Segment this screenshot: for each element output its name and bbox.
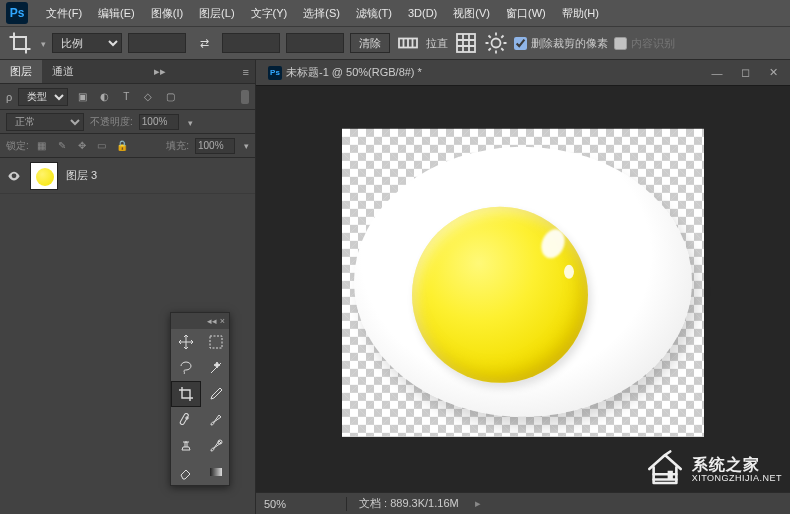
layer-filter-kind-select[interactable]: 类型 [18,88,68,106]
gradient-tool[interactable] [201,459,231,485]
svg-rect-6 [210,468,222,476]
opacity-input[interactable] [139,114,179,130]
layer-filter-row: ρ 类型 ▣ ◐ T ◇ ▢ [0,84,255,110]
marquee-tool[interactable] [201,329,231,355]
canvas[interactable] [342,129,704,437]
document-area: Ps 未标题-1 @ 50%(RGB/8#) * — ◻ ✕ 50% 文档 : … [256,60,790,514]
menu-bar: Ps 文件(F) 编辑(E) 图像(I) 图层(L) 文字(Y) 选择(S) 滤… [0,0,790,26]
tab-channels[interactable]: 通道 [42,60,84,83]
brush-tool[interactable] [201,407,231,433]
ps-doc-icon: Ps [268,66,282,80]
lock-pixels-icon[interactable]: ✎ [55,139,69,153]
layer-visibility-icon[interactable] [6,168,22,184]
layer-name[interactable]: 图层 3 [66,168,97,183]
status-bar: 50% 文档 : 889.3K/1.16M ▸ [256,492,790,514]
filter-type-icon[interactable]: T [118,89,134,105]
crop-settings-icon[interactable] [484,31,508,55]
document-title: 未标题-1 @ 50%(RGB/8#) * [286,65,422,80]
opacity-label: 不透明度: [90,115,133,129]
filter-shape-icon[interactable]: ◇ [140,89,156,105]
opacity-chevron-icon[interactable] [185,116,193,128]
svg-rect-4 [180,413,189,425]
menu-3d[interactable]: 3D(D) [400,3,445,23]
fill-label: 填充: [166,139,189,153]
menu-layer[interactable]: 图层(L) [191,2,242,25]
eraser-tool[interactable] [171,459,201,485]
overlay-grid-icon[interactable] [454,31,478,55]
menu-image[interactable]: 图像(I) [143,2,191,25]
menu-edit[interactable]: 编辑(E) [90,2,143,25]
filter-toggle[interactable] [241,90,249,104]
healing-brush-tool[interactable] [171,407,201,433]
document-status[interactable]: 文档 : 889.3K/1.16M [359,496,459,511]
panel-tabs: 图层 通道 ▸▸ ≡ [0,60,255,84]
lock-label: 锁定: [6,139,29,153]
lock-transparency-icon[interactable]: ▦ [35,139,49,153]
clear-button[interactable]: 清除 [350,33,390,53]
blend-mode-select[interactable]: 正常 [6,113,84,131]
svg-rect-1 [457,34,475,52]
fill-input[interactable] [195,138,235,154]
move-tool[interactable] [171,329,201,355]
document-tab[interactable]: Ps 未标题-1 @ 50%(RGB/8#) * [260,63,430,82]
lock-all-icon[interactable]: 🔒 [115,139,129,153]
tool-preset-chevron-icon[interactable] [38,37,46,49]
document-tabbar: Ps 未标题-1 @ 50%(RGB/8#) * — ◻ ✕ [256,60,790,86]
options-bar: 比例 ⇄ 清除 拉直 删除裁剪的像素 内容识别 [0,26,790,60]
filter-adjust-icon[interactable]: ◐ [96,89,112,105]
canvas-viewport[interactable] [256,86,790,492]
app-logo: Ps [6,2,28,24]
clone-stamp-tool[interactable] [171,433,201,459]
svg-point-2 [492,39,501,48]
filter-smart-icon[interactable]: ▢ [162,89,178,105]
menu-window[interactable]: 窗口(W) [498,2,554,25]
fill-chevron-icon[interactable] [241,140,249,151]
layer-blend-row: 正常 不透明度: [0,110,255,134]
menu-file[interactable]: 文件(F) [38,2,90,25]
window-close-button[interactable]: ✕ [760,64,786,82]
crop-height-input[interactable] [222,33,280,53]
artwork-egg-white [354,147,692,417]
crop-tool[interactable] [171,381,201,407]
svg-rect-3 [210,336,222,348]
status-chevron-icon[interactable]: ▸ [475,497,481,510]
zoom-level[interactable]: 50% [264,498,334,510]
menu-select[interactable]: 选择(S) [295,2,348,25]
tools-panel-header[interactable]: ◂◂ × [171,313,229,329]
history-brush-tool[interactable] [201,433,231,459]
layer-thumbnail[interactable] [30,162,58,190]
crop-tool-icon[interactable] [8,31,32,55]
crop-width-input[interactable] [128,33,186,53]
layer-row[interactable]: 图层 3 [0,158,255,194]
window-maximize-button[interactable]: ◻ [732,64,758,82]
artwork-egg-yolk [412,207,588,383]
delete-cropped-checkbox[interactable]: 删除裁剪的像素 [514,36,608,51]
swap-dimensions-icon[interactable]: ⇄ [192,31,216,55]
crop-resolution-input[interactable] [286,33,344,53]
eyedropper-tool[interactable] [201,381,231,407]
window-minimize-button[interactable]: — [704,64,730,82]
menu-view[interactable]: 视图(V) [445,2,498,25]
aspect-preset-select[interactable]: 比例 [52,33,122,53]
magic-wand-tool[interactable] [201,355,231,381]
filter-pixel-icon[interactable]: ▣ [74,89,90,105]
tab-layers[interactable]: 图层 [0,60,42,83]
panel-menu-icon[interactable]: ≡ [237,64,255,80]
straighten-icon[interactable] [396,31,420,55]
straighten-label: 拉直 [426,36,448,51]
content-aware-checkbox[interactable]: 内容识别 [614,36,675,51]
menu-filter[interactable]: 滤镜(T) [348,2,400,25]
panel-collapse-icon[interactable]: ▸▸ [148,63,172,80]
tools-panel: ◂◂ × [170,312,230,486]
lock-artboard-icon[interactable]: ▭ [95,139,109,153]
lasso-tool[interactable] [171,355,201,381]
menu-type[interactable]: 文字(Y) [243,2,296,25]
menu-help[interactable]: 帮助(H) [554,2,607,25]
lock-position-icon[interactable]: ✥ [75,139,89,153]
layer-lock-row: 锁定: ▦ ✎ ✥ ▭ 🔒 填充: [0,134,255,158]
